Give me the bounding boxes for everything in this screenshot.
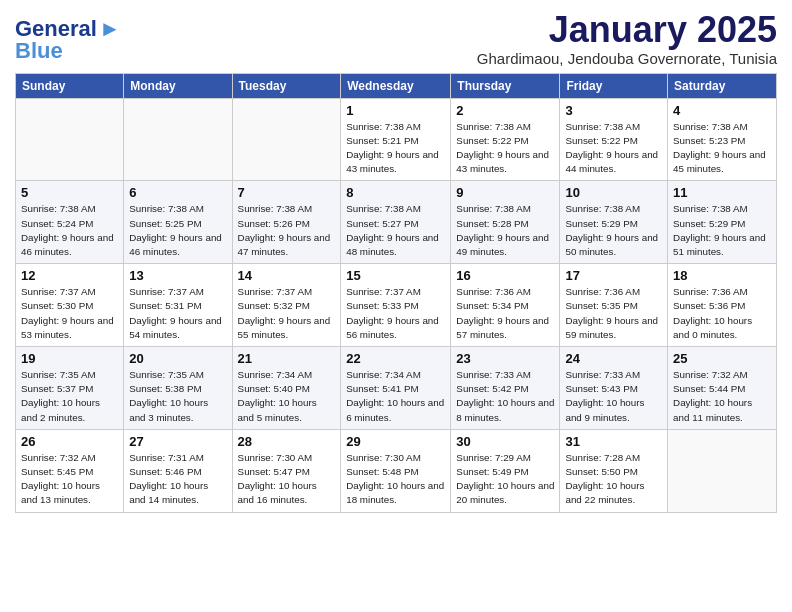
calendar-week-2: 5Sunrise: 7:38 AMSunset: 5:24 PMDaylight…	[16, 181, 777, 264]
day-number: 19	[21, 351, 118, 366]
day-number: 10	[565, 185, 662, 200]
calendar-cell: 21Sunrise: 7:34 AMSunset: 5:40 PMDayligh…	[232, 347, 341, 430]
day-number: 24	[565, 351, 662, 366]
day-info: Sunrise: 7:38 AMSunset: 5:24 PMDaylight:…	[21, 202, 118, 259]
calendar-cell: 25Sunrise: 7:32 AMSunset: 5:44 PMDayligh…	[668, 347, 777, 430]
calendar-cell: 1Sunrise: 7:38 AMSunset: 5:21 PMDaylight…	[341, 98, 451, 181]
day-number: 30	[456, 434, 554, 449]
day-info: Sunrise: 7:38 AMSunset: 5:28 PMDaylight:…	[456, 202, 554, 259]
calendar-cell	[232, 98, 341, 181]
calendar-cell: 14Sunrise: 7:37 AMSunset: 5:32 PMDayligh…	[232, 264, 341, 347]
day-number: 31	[565, 434, 662, 449]
day-info: Sunrise: 7:34 AMSunset: 5:40 PMDaylight:…	[238, 368, 336, 425]
month-title: January 2025	[477, 10, 777, 50]
day-number: 9	[456, 185, 554, 200]
calendar-cell: 22Sunrise: 7:34 AMSunset: 5:41 PMDayligh…	[341, 347, 451, 430]
calendar-cell: 7Sunrise: 7:38 AMSunset: 5:26 PMDaylight…	[232, 181, 341, 264]
day-info: Sunrise: 7:36 AMSunset: 5:34 PMDaylight:…	[456, 285, 554, 342]
day-info: Sunrise: 7:36 AMSunset: 5:36 PMDaylight:…	[673, 285, 771, 342]
calendar-cell: 11Sunrise: 7:38 AMSunset: 5:29 PMDayligh…	[668, 181, 777, 264]
day-number: 23	[456, 351, 554, 366]
day-info: Sunrise: 7:38 AMSunset: 5:22 PMDaylight:…	[565, 120, 662, 177]
calendar-cell: 2Sunrise: 7:38 AMSunset: 5:22 PMDaylight…	[451, 98, 560, 181]
page-header: General ► Blue January 2025 Ghardimaou, …	[15, 10, 777, 67]
day-number: 12	[21, 268, 118, 283]
calendar-cell: 31Sunrise: 7:28 AMSunset: 5:50 PMDayligh…	[560, 429, 668, 512]
calendar-cell	[16, 98, 124, 181]
logo-bird-icon: ►	[99, 16, 121, 42]
calendar-cell: 9Sunrise: 7:38 AMSunset: 5:28 PMDaylight…	[451, 181, 560, 264]
day-number: 21	[238, 351, 336, 366]
calendar-cell: 24Sunrise: 7:33 AMSunset: 5:43 PMDayligh…	[560, 347, 668, 430]
calendar-cell	[124, 98, 232, 181]
title-block: January 2025 Ghardimaou, Jendouba Govern…	[477, 10, 777, 67]
day-info: Sunrise: 7:37 AMSunset: 5:31 PMDaylight:…	[129, 285, 226, 342]
calendar-week-4: 19Sunrise: 7:35 AMSunset: 5:37 PMDayligh…	[16, 347, 777, 430]
day-info: Sunrise: 7:33 AMSunset: 5:42 PMDaylight:…	[456, 368, 554, 425]
calendar-week-1: 1Sunrise: 7:38 AMSunset: 5:21 PMDaylight…	[16, 98, 777, 181]
day-info: Sunrise: 7:32 AMSunset: 5:45 PMDaylight:…	[21, 451, 118, 508]
weekday-header-saturday: Saturday	[668, 73, 777, 98]
day-info: Sunrise: 7:35 AMSunset: 5:37 PMDaylight:…	[21, 368, 118, 425]
day-number: 17	[565, 268, 662, 283]
weekday-header-tuesday: Tuesday	[232, 73, 341, 98]
day-number: 3	[565, 103, 662, 118]
weekday-header-friday: Friday	[560, 73, 668, 98]
day-number: 26	[21, 434, 118, 449]
day-info: Sunrise: 7:29 AMSunset: 5:49 PMDaylight:…	[456, 451, 554, 508]
day-info: Sunrise: 7:37 AMSunset: 5:32 PMDaylight:…	[238, 285, 336, 342]
day-number: 13	[129, 268, 226, 283]
day-info: Sunrise: 7:37 AMSunset: 5:30 PMDaylight:…	[21, 285, 118, 342]
day-info: Sunrise: 7:30 AMSunset: 5:48 PMDaylight:…	[346, 451, 445, 508]
day-number: 11	[673, 185, 771, 200]
day-info: Sunrise: 7:38 AMSunset: 5:23 PMDaylight:…	[673, 120, 771, 177]
calendar-cell: 6Sunrise: 7:38 AMSunset: 5:25 PMDaylight…	[124, 181, 232, 264]
day-number: 6	[129, 185, 226, 200]
day-info: Sunrise: 7:35 AMSunset: 5:38 PMDaylight:…	[129, 368, 226, 425]
weekday-header-thursday: Thursday	[451, 73, 560, 98]
calendar-cell: 15Sunrise: 7:37 AMSunset: 5:33 PMDayligh…	[341, 264, 451, 347]
calendar-cell: 30Sunrise: 7:29 AMSunset: 5:49 PMDayligh…	[451, 429, 560, 512]
calendar-cell: 19Sunrise: 7:35 AMSunset: 5:37 PMDayligh…	[16, 347, 124, 430]
day-info: Sunrise: 7:30 AMSunset: 5:47 PMDaylight:…	[238, 451, 336, 508]
day-number: 22	[346, 351, 445, 366]
day-number: 5	[21, 185, 118, 200]
day-number: 16	[456, 268, 554, 283]
calendar-cell: 27Sunrise: 7:31 AMSunset: 5:46 PMDayligh…	[124, 429, 232, 512]
calendar-cell: 29Sunrise: 7:30 AMSunset: 5:48 PMDayligh…	[341, 429, 451, 512]
weekday-header-row: SundayMondayTuesdayWednesdayThursdayFrid…	[16, 73, 777, 98]
calendar-cell: 5Sunrise: 7:38 AMSunset: 5:24 PMDaylight…	[16, 181, 124, 264]
calendar-cell: 16Sunrise: 7:36 AMSunset: 5:34 PMDayligh…	[451, 264, 560, 347]
calendar-cell: 8Sunrise: 7:38 AMSunset: 5:27 PMDaylight…	[341, 181, 451, 264]
calendar-cell: 12Sunrise: 7:37 AMSunset: 5:30 PMDayligh…	[16, 264, 124, 347]
calendar-table: SundayMondayTuesdayWednesdayThursdayFrid…	[15, 73, 777, 513]
day-number: 29	[346, 434, 445, 449]
logo: General ► Blue	[15, 16, 121, 64]
calendar-cell: 13Sunrise: 7:37 AMSunset: 5:31 PMDayligh…	[124, 264, 232, 347]
day-number: 25	[673, 351, 771, 366]
day-number: 8	[346, 185, 445, 200]
day-number: 2	[456, 103, 554, 118]
day-info: Sunrise: 7:38 AMSunset: 5:25 PMDaylight:…	[129, 202, 226, 259]
day-info: Sunrise: 7:36 AMSunset: 5:35 PMDaylight:…	[565, 285, 662, 342]
day-info: Sunrise: 7:31 AMSunset: 5:46 PMDaylight:…	[129, 451, 226, 508]
calendar-cell: 17Sunrise: 7:36 AMSunset: 5:35 PMDayligh…	[560, 264, 668, 347]
calendar-cell: 4Sunrise: 7:38 AMSunset: 5:23 PMDaylight…	[668, 98, 777, 181]
weekday-header-monday: Monday	[124, 73, 232, 98]
weekday-header-wednesday: Wednesday	[341, 73, 451, 98]
day-info: Sunrise: 7:28 AMSunset: 5:50 PMDaylight:…	[565, 451, 662, 508]
calendar-week-5: 26Sunrise: 7:32 AMSunset: 5:45 PMDayligh…	[16, 429, 777, 512]
calendar-cell: 26Sunrise: 7:32 AMSunset: 5:45 PMDayligh…	[16, 429, 124, 512]
day-number: 4	[673, 103, 771, 118]
day-number: 20	[129, 351, 226, 366]
day-info: Sunrise: 7:34 AMSunset: 5:41 PMDaylight:…	[346, 368, 445, 425]
calendar-cell: 23Sunrise: 7:33 AMSunset: 5:42 PMDayligh…	[451, 347, 560, 430]
day-number: 15	[346, 268, 445, 283]
calendar-cell: 3Sunrise: 7:38 AMSunset: 5:22 PMDaylight…	[560, 98, 668, 181]
day-number: 1	[346, 103, 445, 118]
day-info: Sunrise: 7:38 AMSunset: 5:27 PMDaylight:…	[346, 202, 445, 259]
day-number: 27	[129, 434, 226, 449]
day-info: Sunrise: 7:38 AMSunset: 5:29 PMDaylight:…	[565, 202, 662, 259]
day-number: 18	[673, 268, 771, 283]
day-number: 28	[238, 434, 336, 449]
